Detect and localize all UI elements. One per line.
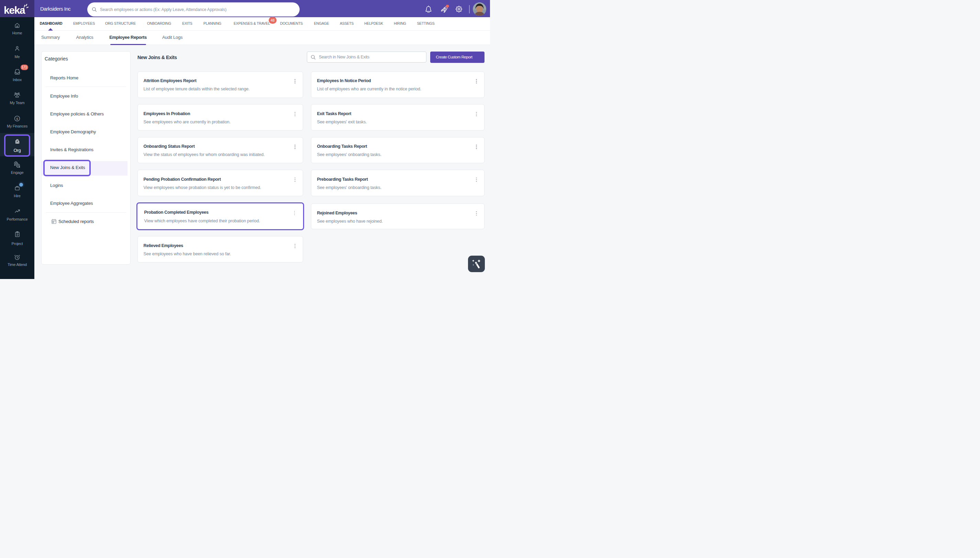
svg-text:$: $: [16, 117, 18, 120]
